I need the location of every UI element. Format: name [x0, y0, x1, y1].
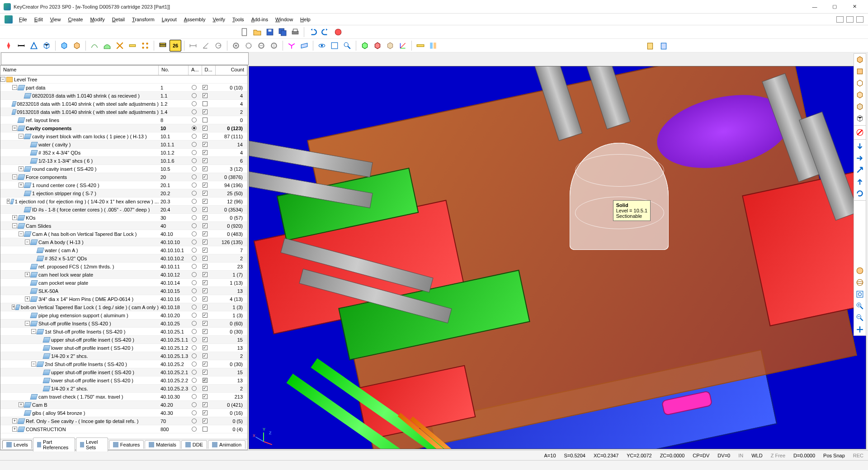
box-green-icon[interactable]: [359, 40, 371, 52]
display-checkbox[interactable]: [203, 199, 208, 204]
tree-row[interactable]: 1/4-20 x 2" shcs.40.10.25.1.32: [0, 352, 247, 360]
sb-rec[interactable]: REC: [853, 453, 863, 458]
tree-row[interactable]: water ( cam A )40.10.10.17: [0, 246, 247, 254]
expand-icon[interactable]: +: [19, 166, 24, 171]
menu-window[interactable]: Window: [272, 15, 297, 24]
expand-icon[interactable]: −: [31, 362, 36, 367]
line-icon[interactable]: [15, 40, 27, 52]
render-box-icon[interactable]: [58, 40, 70, 52]
render-solid-icon[interactable]: [71, 40, 83, 52]
display-checkbox[interactable]: [203, 248, 208, 253]
tree-row[interactable]: ref. proposed FCS ( 12mm thrds. )40.10.1…: [0, 263, 247, 271]
save-icon[interactable]: [264, 26, 276, 38]
gear1-icon[interactable]: [230, 40, 242, 52]
display-checkbox[interactable]: [203, 93, 208, 98]
layer-mgr-icon[interactable]: [157, 40, 169, 52]
active-radio[interactable]: [192, 142, 197, 147]
display-checkbox[interactable]: [203, 329, 208, 334]
3d-viewport[interactable]: Solid Level = 10.5.1 Sectionable X Y Z: [249, 66, 866, 449]
brand-icon[interactable]: [5, 15, 13, 24]
active-radio[interactable]: [192, 280, 197, 285]
tree-row[interactable]: −Cam A ( has bolt-on Vertical Tapered Ba…: [0, 230, 247, 238]
active-radio[interactable]: [192, 353, 197, 358]
paste-icon[interactable]: [658, 41, 669, 52]
surface-tool-icon[interactable]: [101, 40, 113, 52]
tree-row[interactable]: SLK-50A40.10.1513: [0, 287, 247, 295]
display-checkbox[interactable]: [203, 126, 208, 131]
expand-icon[interactable]: −: [25, 321, 30, 326]
expand-icon[interactable]: +: [19, 183, 24, 188]
mdi-restore-icon[interactable]: [846, 16, 854, 23]
tree-row[interactable]: # 352 x 4-3/4" QDs10.1.24: [0, 149, 247, 157]
tree-row[interactable]: lower shut-off profile insert ( SS-420 )…: [0, 376, 247, 385]
extend-tool-icon[interactable]: [127, 40, 138, 52]
active-radio[interactable]: [192, 305, 197, 310]
eye-tool-icon[interactable]: [316, 40, 328, 52]
active-radio[interactable]: [192, 362, 197, 367]
arrow-up-icon[interactable]: [854, 176, 866, 188]
sb-pos[interactable]: Pos Snap: [823, 453, 845, 458]
display-checkbox[interactable]: [203, 378, 208, 383]
pan-icon[interactable]: [854, 324, 866, 335]
display-checkbox[interactable]: [203, 305, 208, 310]
active-radio[interactable]: [192, 199, 197, 204]
menu-detail[interactable]: Detail: [108, 15, 128, 24]
tree-row[interactable]: −Shut-off profile Inserts ( SS-420 )40.1…: [0, 320, 247, 328]
dim-radial-icon[interactable]: [212, 40, 224, 52]
gear4-icon[interactable]: [268, 40, 280, 52]
tree-row[interactable]: 1/4-20 x 2" shcs.40.10.25.2.32: [0, 385, 247, 393]
active-radio[interactable]: [192, 378, 197, 383]
expand-icon[interactable]: −: [19, 134, 24, 139]
expand-icon[interactable]: +: [12, 305, 15, 310]
sphere-wire-icon[interactable]: [854, 277, 866, 288]
undo-icon[interactable]: [307, 26, 319, 38]
view-front-icon[interactable]: [854, 77, 866, 89]
menu-addins[interactable]: Add-ins: [248, 15, 272, 24]
tree-row[interactable]: −Cam Slides400 (920): [0, 222, 247, 230]
display-checkbox[interactable]: [203, 353, 208, 358]
menu-edit[interactable]: Edit: [31, 15, 47, 24]
active-radio[interactable]: [192, 118, 197, 122]
display-checkbox[interactable]: [203, 101, 208, 106]
active-radio[interactable]: [192, 321, 197, 326]
expand-icon[interactable]: +: [12, 418, 17, 423]
sb-zfree[interactable]: Z Free: [771, 453, 785, 458]
close-button[interactable]: ✕: [844, 0, 864, 13]
tree-row[interactable]: −1st Shut-off profile Inserts ( SS-420 )…: [0, 328, 247, 336]
display-checkbox[interactable]: [203, 223, 208, 228]
tree-row[interactable]: 08202018 data with 1.0140 shrink ( as re…: [0, 92, 247, 100]
active-radio[interactable]: [192, 410, 197, 415]
axis-tool-icon[interactable]: [286, 40, 297, 52]
mdi-minimize-icon[interactable]: [836, 16, 844, 23]
expand-icon[interactable]: +: [25, 272, 30, 277]
tree-row[interactable]: +cam heel lock wear plate40.10.121 (7): [0, 271, 247, 279]
plane-tool-icon[interactable]: [298, 40, 310, 52]
expand-icon[interactable]: −: [12, 174, 17, 179]
active-radio[interactable]: [192, 288, 197, 293]
display-checkbox[interactable]: [203, 109, 208, 114]
measure-icon[interactable]: [415, 40, 426, 52]
mdi-close-icon[interactable]: [856, 16, 863, 23]
tree-row[interactable]: +Cam B40.200 (421): [0, 401, 247, 409]
expand-icon[interactable]: +: [12, 427, 17, 432]
tree-row[interactable]: +CONSTRUCTION8000 (4): [0, 425, 247, 433]
active-radio[interactable]: [192, 329, 197, 334]
tree-row[interactable]: water ( cavity )10.1.114: [0, 141, 247, 149]
dim-angular-icon[interactable]: [200, 40, 212, 52]
pattern-tool-icon[interactable]: [139, 40, 151, 52]
menu-help[interactable]: Help: [297, 15, 314, 24]
active-radio[interactable]: [192, 150, 197, 155]
display-checkbox[interactable]: [203, 134, 208, 139]
tree-row[interactable]: ref. layout lines80: [0, 116, 247, 124]
active-radio[interactable]: [192, 85, 197, 90]
tree-row[interactable]: 08232018 data with 1.0140 shrink ( with …: [0, 100, 247, 108]
tree-row[interactable]: −cavity insert block with cam locks ( 1 …: [0, 132, 247, 141]
tree-row[interactable]: cam pocket wear plate40.10.141 (13): [0, 279, 247, 287]
shade-off-icon[interactable]: [854, 127, 866, 138]
expand-icon[interactable]: −: [19, 231, 24, 236]
expand-icon[interactable]: −: [25, 240, 30, 244]
display-checkbox[interactable]: [203, 321, 208, 326]
menu-modify[interactable]: Modify: [86, 15, 108, 24]
dim-linear-icon[interactable]: [187, 40, 199, 52]
display-checkbox[interactable]: [203, 337, 208, 342]
